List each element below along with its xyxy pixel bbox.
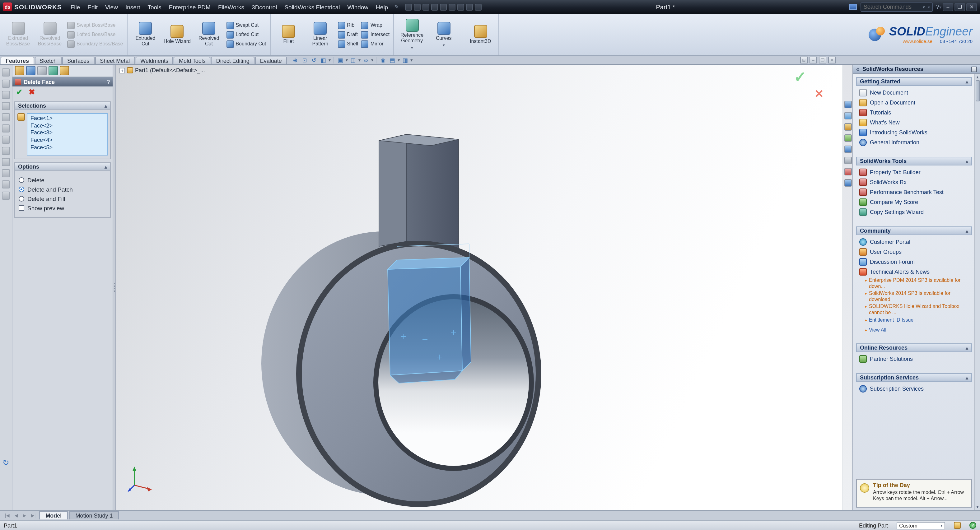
menu-help[interactable]: Help [372, 3, 392, 10]
chevron-down-icon[interactable]: ▾ [329, 58, 331, 63]
list-item[interactable]: Face<1> [30, 115, 104, 122]
tab-sketch[interactable]: Sketch [35, 57, 62, 64]
hide-show-items-icon[interactable]: ∞ [362, 56, 370, 64]
select-icon[interactable] [457, 3, 464, 10]
section-header[interactable]: Getting Started ▴ [856, 77, 972, 86]
section-header[interactable]: SolidWorks Tools ▴ [856, 157, 972, 166]
selected-face-right[interactable] [460, 258, 471, 371]
doc-cascade-icon[interactable]: ⊞ [800, 57, 808, 64]
left-toolbar-icon[interactable] [2, 102, 10, 110]
options-header[interactable]: Options ▴ [15, 163, 110, 171]
link-customer-portal[interactable]: Customer Portal [856, 237, 972, 247]
link-introducing-solidworks[interactable]: Introducing SolidWorks [856, 127, 972, 137]
right-toolbar-icon[interactable] [844, 101, 851, 108]
view-settings-icon[interactable]: ▥ [401, 56, 409, 64]
section-header[interactable]: Subscription Services ▴ [856, 373, 972, 382]
link-copy-settings-wizard[interactable]: Copy Settings Wizard [856, 207, 972, 217]
chevron-up-icon[interactable]: ▴ [966, 79, 968, 84]
restore-button[interactable]: ❐ [955, 3, 965, 11]
model-3d[interactable] [116, 65, 843, 510]
chevron-down-icon[interactable]: ▾ [346, 58, 348, 63]
section-header[interactable]: Online Resources ▴ [856, 344, 972, 352]
chevron-down-icon[interactable]: ▾ [410, 58, 412, 63]
units-dropdown[interactable]: Custom ▾ [897, 522, 945, 529]
instant3d-button[interactable]: Instant3D [466, 25, 495, 45]
radio-delete-and-patch[interactable]: Delete and Patch [19, 186, 107, 193]
link-general-information[interactable]: General Information [856, 137, 972, 147]
right-toolbar-icon[interactable] [844, 134, 851, 142]
chevron-up-icon[interactable]: ▴ [966, 158, 968, 164]
radio-delete[interactable]: Delete [19, 177, 107, 183]
task-pane-scrollbar[interactable]: ▲ ▼ [974, 74, 980, 510]
checkbox-show-preview[interactable]: Show preview [19, 205, 107, 212]
news-link[interactable]: ▸SOLIDWORKS Hole Wizard and Toolbox cann… [856, 303, 972, 316]
property-manager-tab-icon[interactable] [26, 66, 35, 75]
expand-icon[interactable]: + [119, 67, 125, 73]
minimize-button[interactable]: – [943, 3, 953, 11]
previous-view-icon[interactable]: ↺ [310, 56, 318, 64]
ok-button[interactable]: ✔ [16, 88, 22, 96]
extruded-cut-button[interactable]: Extruded Cut [131, 22, 160, 47]
first-tab-icon[interactable]: |◀ [3, 513, 12, 518]
hole-wizard-button[interactable]: Hole Wizard [163, 25, 191, 45]
tab-direct-editing[interactable]: Direct Editing [211, 57, 255, 64]
link-open-a-document[interactable]: Open a Document [856, 98, 972, 108]
curves-button[interactable]: Curves ▾ [430, 22, 458, 48]
doc-restore-icon[interactable]: ❐ [819, 57, 826, 64]
left-toolbar-icon[interactable] [2, 147, 10, 155]
pin-icon[interactable] [971, 66, 977, 72]
rib-button[interactable]: Rib [337, 21, 358, 29]
left-toolbar-icon[interactable] [2, 124, 10, 132]
menu-solidworks-electrical[interactable]: SolidWorks Electrical [281, 3, 344, 10]
linear-pattern-button[interactable]: Linear Pattern [306, 22, 334, 47]
left-toolbar-icon[interactable] [2, 80, 10, 88]
brand-website[interactable]: www.solide.se [903, 38, 932, 44]
chevron-up-icon[interactable]: ▴ [105, 164, 107, 170]
search-dropdown-icon[interactable]: ▾ [928, 5, 930, 9]
intersect-button[interactable]: Intersect [361, 31, 390, 38]
chevron-down-icon[interactable]: ▾ [443, 43, 445, 47]
menu-insert[interactable]: Insert [122, 3, 144, 10]
prev-tab-icon[interactable]: ◀ [12, 513, 20, 518]
link-solidworks-rx[interactable]: SolidWorks Rx [856, 177, 972, 187]
radio-delete-and-fill[interactable]: Delete and Fill [19, 195, 107, 202]
close-button[interactable]: ✕ [966, 3, 977, 11]
link-subscription-services[interactable]: Subscription Services [856, 384, 972, 394]
menu-view[interactable]: View [102, 3, 122, 10]
scroll-up-icon[interactable]: ▲ [976, 74, 979, 80]
rebuild-icon[interactable] [466, 3, 473, 10]
revolved-cut-button[interactable]: Revolved Cut [194, 22, 223, 47]
chevron-down-icon[interactable]: ▾ [398, 58, 400, 63]
chevron-down-icon[interactable]: ▾ [358, 58, 361, 63]
menu-edit[interactable]: Edit [84, 3, 102, 10]
right-toolbar-icon[interactable] [844, 157, 851, 164]
news-link[interactable]: ▸Entitlement ID Issue [856, 316, 972, 324]
left-toolbar-icon[interactable] [2, 158, 10, 166]
left-toolbar-icon[interactable] [2, 91, 10, 99]
viewport-cancel-button[interactable]: ✕ [815, 87, 824, 101]
display-style-icon[interactable]: ◫ [349, 56, 357, 64]
swept-cut-button[interactable]: Swept Cut [226, 21, 266, 29]
right-toolbar-icon[interactable] [844, 146, 851, 153]
block-left-face[interactable] [379, 134, 406, 246]
tab-sheet-metal[interactable]: Sheet Metal [95, 57, 135, 64]
menu-pin-icon[interactable]: ✎ [394, 4, 399, 10]
extruded-boss-button[interactable]: Extruded Boss/Base [4, 22, 32, 47]
link-technical-alerts[interactable]: Technical Alerts & News [856, 267, 972, 277]
tab-motion-study-1[interactable]: Motion Study 1 [69, 511, 119, 519]
tab-weldments[interactable]: Weldments [135, 57, 173, 64]
link-compare-my-score[interactable]: Compare My Score [856, 197, 972, 207]
right-toolbar-icon[interactable] [844, 112, 851, 119]
last-tab-icon[interactable]: ▶| [29, 513, 38, 518]
scroll-down-icon[interactable]: ▼ [976, 504, 979, 510]
link-discussion-forum[interactable]: Discussion Forum [856, 257, 972, 267]
refresh-icon[interactable]: ↻ [3, 458, 10, 466]
news-link[interactable]: ▸Enterprise PDM 2014 SP3 is available fo… [856, 277, 972, 290]
zoom-fit-icon[interactable]: ⊕ [291, 56, 299, 64]
menu-fileworks[interactable]: FileWorks [214, 3, 248, 10]
undo-icon[interactable] [440, 3, 447, 10]
configuration-manager-tab-icon[interactable] [37, 66, 47, 75]
shell-button[interactable]: Shell [337, 40, 358, 48]
apply-scene-icon[interactable]: ▤ [388, 56, 396, 64]
new-document-icon[interactable] [405, 3, 412, 10]
